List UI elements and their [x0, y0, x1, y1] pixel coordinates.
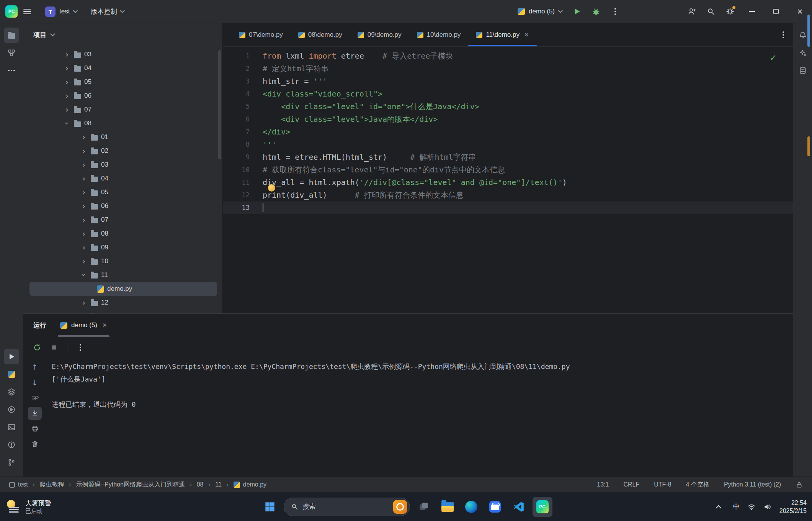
volume-icon[interactable]: [763, 503, 772, 511]
code-line[interactable]: 7</div>: [223, 126, 793, 138]
edge-browser-button[interactable]: [461, 497, 481, 517]
line-number[interactable]: 1: [223, 50, 263, 62]
tree-item-08[interactable]: ›08: [29, 227, 217, 241]
project-panel-title[interactable]: 项目: [33, 31, 46, 39]
vscode-button[interactable]: [509, 497, 529, 517]
line-ending-widget[interactable]: CRLF: [623, 481, 639, 488]
project-panel-header[interactable]: 项目: [23, 23, 222, 47]
tree-item-13[interactable]: ›13: [29, 310, 217, 313]
editor-tab[interactable]: 09\demo.py: [350, 23, 409, 46]
chevron-right-icon[interactable]: ›: [80, 175, 88, 182]
chevron-right-icon[interactable]: ›: [80, 230, 88, 238]
run-tab[interactable]: demo (5) ✕: [58, 314, 109, 337]
stop-button[interactable]: [47, 341, 61, 354]
code-line[interactable]: 12print(div_all) # 打印所有符合条件的文本信息: [223, 189, 793, 202]
run-tool-button[interactable]: [4, 349, 19, 364]
editor-tab[interactable]: 08\demo.py: [291, 23, 350, 46]
line-number[interactable]: 12: [223, 189, 263, 202]
scrollbar-thumb[interactable]: [218, 50, 221, 159]
chevron-right-icon[interactable]: ›: [63, 92, 71, 100]
print-button[interactable]: [28, 422, 42, 435]
line-number[interactable]: 4: [223, 88, 263, 100]
code-line[interactable]: 6 <div class="level">Java的版本</div>: [223, 113, 793, 126]
code-line[interactable]: 5 <div class="level" id="one">什么是Java</d…: [223, 100, 793, 113]
more-actions-button[interactable]: [607, 3, 624, 20]
line-number[interactable]: 8: [223, 138, 263, 151]
code-line[interactable]: 8''': [223, 138, 793, 151]
tab-options-button[interactable]: [774, 23, 793, 46]
code-with-me-button[interactable]: [683, 3, 700, 20]
start-button[interactable]: [260, 497, 280, 517]
chevron-right-icon[interactable]: ›: [80, 161, 88, 169]
chevron-down-icon[interactable]: ›: [80, 271, 88, 279]
breadcrumb-item[interactable]: 08: [197, 481, 204, 488]
version-control-button[interactable]: [4, 455, 19, 470]
console-output[interactable]: E:\PyCharmProjects\test\venv\Scripts\pyt…: [46, 358, 793, 477]
tree-item-02[interactable]: ›02: [29, 144, 217, 158]
run-more-options-button[interactable]: [74, 341, 87, 354]
tree-item-07[interactable]: ›07: [29, 213, 217, 227]
tree-item-04[interactable]: ›04: [29, 172, 217, 185]
database-button[interactable]: [795, 63, 810, 78]
breadcrumb-item[interactable]: test: [9, 481, 28, 488]
chevron-right-icon[interactable]: ›: [63, 78, 71, 86]
tree-item-demo-py[interactable]: demo.py: [29, 282, 217, 296]
editor[interactable]: 1from lxml import etree # 导入etree子模块2# 定…: [223, 47, 793, 313]
code-line[interactable]: 4<div class="video_scroll">: [223, 88, 793, 100]
breadcrumb-item[interactable]: demo.py: [234, 481, 266, 488]
editor-tab[interactable]: 11\demo.py✕: [468, 23, 536, 46]
chevron-right-icon[interactable]: ›: [80, 313, 88, 313]
breadcrumb-item[interactable]: 爬虫教程: [40, 481, 64, 489]
chevron-right-icon[interactable]: ›: [80, 188, 88, 196]
tree-item-10[interactable]: ›10: [29, 254, 217, 268]
tree-item-03[interactable]: ›03: [29, 158, 217, 172]
vcs-widget[interactable]: 版本控制: [85, 4, 129, 19]
next-occurrence-button[interactable]: ↓: [28, 376, 42, 389]
interpreter-widget[interactable]: Python 3.11 (test) (2): [724, 481, 781, 488]
line-number[interactable]: 7: [223, 126, 263, 138]
chevron-right-icon[interactable]: ›: [80, 216, 88, 224]
microsoft-store-button[interactable]: [485, 497, 505, 517]
rerun-button[interactable]: [30, 341, 44, 354]
taskbar-clock[interactable]: 22:54 2025/2/15: [779, 499, 807, 515]
tree-item-05[interactable]: ›05: [29, 75, 217, 89]
services-button[interactable]: [4, 402, 19, 417]
search-highlight-icon[interactable]: [393, 500, 407, 514]
readonly-lock-button[interactable]: [796, 481, 803, 488]
code-line[interactable]: 13: [223, 202, 793, 214]
chevron-right-icon[interactable]: ›: [80, 147, 88, 155]
tree-item-07[interactable]: ›07: [29, 103, 217, 116]
maximize-button[interactable]: [764, 0, 788, 23]
more-tools-button[interactable]: [4, 63, 19, 78]
settings-button[interactable]: [722, 3, 738, 20]
run-button[interactable]: [569, 3, 585, 20]
clear-console-button[interactable]: [28, 437, 42, 451]
pycharm-taskbar-button[interactable]: PC: [533, 497, 552, 517]
chevron-right-icon[interactable]: ›: [80, 257, 88, 265]
minimize-button[interactable]: [740, 0, 764, 23]
tab-close-icon[interactable]: ✕: [102, 322, 107, 329]
project-widget[interactable]: T test: [40, 4, 82, 19]
structure-tool-button[interactable]: [4, 45, 19, 61]
problems-button[interactable]: [4, 437, 19, 452]
tree-item-06[interactable]: ›06: [29, 89, 217, 103]
tree-item-01[interactable]: ›01: [29, 130, 217, 144]
task-view-button[interactable]: [414, 497, 434, 517]
tree-item-06[interactable]: ›06: [29, 199, 217, 213]
tree-item-11[interactable]: ›11: [29, 268, 217, 282]
line-number[interactable]: 5: [223, 100, 263, 113]
taskbar-search-box[interactable]: 搜索: [284, 498, 410, 516]
tree-item-04[interactable]: ›04: [29, 61, 217, 75]
python-console-button[interactable]: [4, 367, 19, 382]
taskbar-weather-widget[interactable]: 大雾预警 已启动: [6, 499, 51, 514]
tab-close-icon[interactable]: ✕: [524, 31, 529, 38]
indent-widget[interactable]: 4 个空格: [686, 481, 709, 489]
line-number[interactable]: 10: [223, 164, 263, 176]
terminal-button[interactable]: [4, 419, 19, 435]
editor-tab[interactable]: 07\demo.py: [231, 23, 291, 46]
editor-scrollbar-thumb[interactable]: [807, 15, 810, 47]
tree-item-03[interactable]: ›03: [29, 48, 217, 61]
line-number[interactable]: 13: [223, 202, 263, 214]
chevron-right-icon[interactable]: ›: [63, 106, 71, 113]
hidden-icons-button[interactable]: [713, 501, 724, 513]
